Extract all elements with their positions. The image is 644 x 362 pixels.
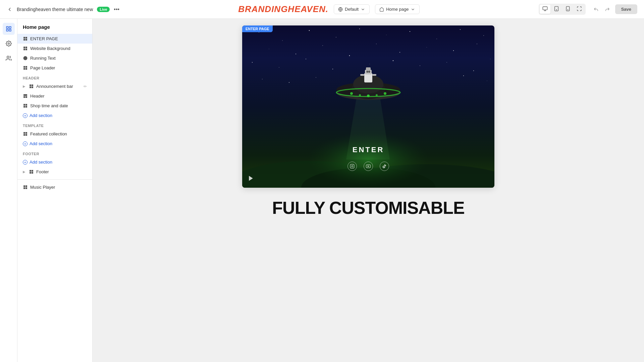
svg-marker-106	[368, 166, 369, 167]
shop-time-date-icon	[23, 104, 28, 108]
social-icons-row	[347, 162, 389, 171]
svg-point-80	[463, 75, 464, 76]
sidebar-item-enter-page[interactable]: ENTER PAGE	[17, 34, 92, 44]
sidebar-item-shop-time-date[interactable]: Shop time and date	[17, 101, 92, 111]
svg-rect-25	[30, 84, 31, 86]
play-button[interactable]	[248, 175, 254, 183]
expand-footer-icon: ▶	[23, 170, 25, 174]
sidebar-item-announcement-bar[interactable]: ▶ Announcement bar ✏	[17, 81, 92, 91]
sidebar-item-website-bg-label: Website Background	[30, 46, 70, 51]
tablet-view-btn[interactable]	[551, 5, 562, 14]
sidebar-item-featured-collection[interactable]: Featured collection	[17, 129, 92, 139]
enter-text[interactable]: ENTER	[353, 145, 384, 154]
sidebar-item-running-text-label: Running Text	[30, 56, 56, 61]
svg-rect-42	[30, 172, 31, 174]
footer-add-section-btn[interactable]: + Add section	[17, 157, 92, 167]
svg-point-62	[376, 44, 376, 44]
svg-point-51	[336, 37, 336, 38]
svg-point-55	[436, 39, 437, 39]
sidebar-item-footer[interactable]: ▶ Footer	[17, 167, 92, 177]
users-sidebar-btn[interactable]	[3, 52, 15, 64]
sidebar-item-page-loader[interactable]: Page Loader	[17, 63, 92, 73]
svg-rect-8	[9, 29, 11, 31]
svg-rect-21	[23, 66, 25, 68]
header-add-section-label: Add section	[30, 113, 52, 118]
sidebar-item-enter-page-label: ENTER PAGE	[30, 36, 58, 41]
svg-point-64	[426, 47, 427, 47]
svg-rect-39	[25, 134, 27, 136]
svg-rect-14	[23, 39, 25, 41]
icon-sidebar	[0, 19, 17, 362]
svg-rect-99	[366, 67, 371, 71]
customisable-text: FULLY CUSTOMISABLE	[272, 198, 464, 218]
sidebar-item-website-background[interactable]: Website Background	[17, 44, 92, 53]
sidebar-item-music-player[interactable]: Music Player	[17, 182, 92, 192]
header-icon	[23, 94, 28, 99]
back-button[interactable]	[7, 6, 13, 12]
svg-rect-37	[25, 132, 27, 134]
svg-rect-16	[23, 47, 25, 48]
footer-add-section-label: Add section	[30, 160, 52, 165]
svg-rect-9	[6, 29, 8, 31]
svg-rect-40	[30, 170, 31, 172]
sidebar-item-page-loader-label: Page Loader	[30, 65, 55, 70]
expand-announcement-icon: ▶	[23, 84, 25, 88]
footer-section-heading: Footer	[17, 148, 92, 157]
svg-point-74	[446, 62, 447, 62]
save-button[interactable]: Save	[615, 4, 637, 14]
sidebar-item-featured-collection-label: Featured collection	[30, 131, 67, 136]
announcement-edit-icon[interactable]: ✏	[84, 84, 87, 89]
instagram-icon[interactable]	[347, 162, 357, 171]
settings-sidebar-btn[interactable]	[3, 38, 15, 50]
svg-point-49	[282, 40, 282, 41]
pages-sidebar-btn[interactable]	[3, 23, 15, 35]
redo-button[interactable]	[602, 4, 612, 14]
sidebar-item-music-player-label: Music Player	[30, 185, 55, 190]
svg-rect-41	[32, 170, 33, 172]
svg-rect-45	[25, 185, 27, 187]
svg-rect-102	[360, 74, 364, 76]
sidebar-item-footer-label: Footer	[36, 169, 49, 174]
svg-rect-27	[30, 86, 31, 88]
svg-point-61	[349, 55, 350, 56]
footer-add-section-icon: +	[23, 160, 28, 165]
svg-point-60	[322, 45, 323, 46]
sidebar-item-announcement-bar-label: Announcement bar	[36, 84, 73, 89]
home-page-dropdown[interactable]: Home page	[375, 4, 420, 14]
template-add-section-btn[interactable]: + Add section	[17, 139, 92, 148]
sidebar-item-header-label: Header	[30, 94, 45, 99]
svg-rect-18	[23, 49, 25, 50]
svg-rect-22	[25, 66, 27, 68]
footer-icon	[29, 170, 34, 174]
running-text-icon	[23, 56, 28, 61]
svg-point-58	[269, 49, 269, 49]
mobile-view-btn[interactable]	[562, 5, 573, 14]
svg-point-77	[262, 79, 263, 79]
fullscreen-view-btn[interactable]	[574, 5, 585, 14]
desktop-view-btn[interactable]	[540, 5, 550, 14]
header-add-section-btn[interactable]: + Add section	[17, 111, 92, 120]
default-dropdown[interactable]: Default	[334, 4, 370, 14]
logo: BRANDINGHEAVEN.	[238, 4, 328, 14]
undo-button[interactable]	[591, 4, 601, 14]
svg-rect-6	[6, 26, 8, 28]
live-badge: Live	[97, 7, 110, 12]
youtube-icon[interactable]	[364, 162, 373, 171]
website-background-icon	[23, 46, 28, 51]
svg-point-81	[487, 80, 487, 81]
tiktok-icon[interactable]	[380, 162, 389, 171]
svg-point-66	[477, 44, 477, 44]
svg-rect-28	[32, 86, 33, 88]
template-section-heading: Template	[17, 120, 92, 129]
svg-point-71	[369, 64, 370, 64]
sidebar-item-running-text[interactable]: Running Text	[17, 53, 92, 63]
svg-point-94	[367, 95, 370, 97]
svg-rect-35	[25, 106, 27, 108]
svg-point-56	[460, 29, 461, 30]
more-button[interactable]: •••	[114, 6, 119, 12]
svg-point-95	[376, 94, 378, 96]
svg-point-72	[393, 60, 393, 61]
sidebar-item-header[interactable]: Header	[17, 91, 92, 101]
svg-rect-44	[23, 185, 25, 187]
svg-rect-31	[25, 96, 27, 98]
